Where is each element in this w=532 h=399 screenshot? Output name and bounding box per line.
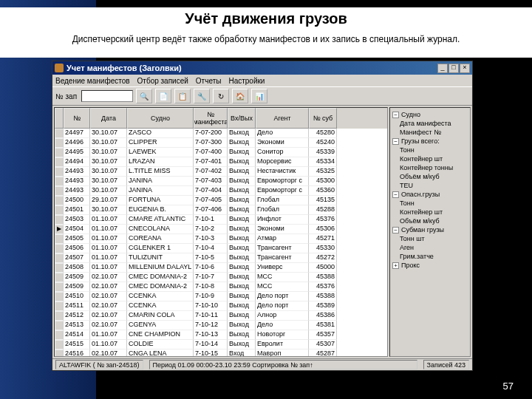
cell-manifest: 7-10-6	[194, 263, 228, 273]
cell-manifest: 7-10-2	[194, 225, 228, 234]
table-row[interactable]: 2449330.10.07L.TITLE MISS7-07-402ВыходНе…	[55, 167, 387, 177]
table-row[interactable]: 2450301.10.07CMARE ATLANTIC7-10-1ВыходИн…	[55, 215, 387, 225]
cell-direction: Выход	[228, 167, 256, 177]
cell-vessel: CMARE ATLANTIC	[127, 215, 194, 225]
table-row[interactable]: ▶2450401.10.07CNECOLANA7-10-2ВыходЭконом…	[55, 225, 387, 234]
tool-btn-5[interactable]: ↻	[213, 89, 229, 103]
close-button[interactable]: ×	[460, 64, 470, 73]
table-row[interactable]: 2451602.10.07CNGA LENA7-10-15ВходМавроп4…	[55, 349, 387, 356]
table-row[interactable]: 2450130.10.07EUGENIA B.7-07-406ВыходГлоб…	[55, 205, 387, 215]
cell-manifest: 7-10-10	[194, 301, 228, 311]
table-row[interactable]: 2450029.10.07FORTUNA7-07-405ВыходГлобал4…	[55, 196, 387, 205]
titlebar[interactable]: Учет манифестов (Заголвки) _ □ ×	[52, 61, 472, 75]
cell-date: 01.10.07	[90, 263, 127, 273]
table-row[interactable]: 2449630.10.07CLIPPER7-07-300ВыходЭкономи…	[55, 138, 387, 148]
slide: Учёт движения грузов Диспетчерский центр…	[0, 0, 532, 399]
tree-cargo-total[interactable]: −Грузы всего:	[392, 137, 468, 146]
tool-btn-7[interactable]: 📊	[251, 89, 267, 103]
tool-btn-3[interactable]: 📋	[174, 89, 191, 103]
tree-teu[interactable]: TEU	[392, 181, 468, 190]
cell-manifest: 7-10-14	[194, 340, 228, 349]
tree-subman[interactable]: −Субман грузы	[392, 225, 468, 234]
tool-btn-2[interactable]: 📄	[155, 89, 171, 103]
col-id[interactable]: №	[64, 108, 90, 129]
table-row[interactable]: 2449730.10.07ZASCO7-07-200ВыходДело45280	[55, 129, 387, 138]
table-row[interactable]: 2449330.10.07JANINA7-07-403ВыходЕвроморт…	[55, 177, 387, 186]
col-agent[interactable]: Агент	[256, 108, 309, 129]
tree-d-tons[interactable]: Тонн	[392, 199, 468, 208]
tree-vessel[interactable]: −Судно	[392, 110, 468, 119]
cell-date: 02.10.07	[90, 321, 127, 330]
table-row[interactable]: 2449330.10.07JANINA7-07-404ВыходЕвроморт…	[55, 186, 387, 196]
row-indicator	[55, 244, 64, 253]
tree-cont-pcs[interactable]: Контейнер шт	[392, 154, 468, 163]
tree-s-agen[interactable]: Аген	[392, 243, 468, 252]
collapse-icon[interactable]: −	[392, 112, 399, 118]
menu-filter[interactable]: Отбор записей	[137, 77, 188, 85]
tree-prox[interactable]: +Прокс	[392, 261, 468, 270]
grid-body[interactable]: 2449730.10.07ZASCO7-07-200ВыходДело45280…	[55, 129, 387, 356]
tool-btn-6[interactable]: 🏠	[232, 89, 248, 103]
row-indicator	[55, 340, 64, 349]
cell-direction: Выход	[228, 301, 256, 311]
tree-manifest-no[interactable]: Манифест №	[392, 128, 468, 137]
table-row[interactable]: 2451202.10.07CMARIN COLA7-10-11ВыходАлно…	[55, 311, 387, 321]
table-row[interactable]: 2450902.10.07CMEC DOMANIA-27-10-8ВыходMC…	[55, 282, 387, 292]
tree-d-vol[interactable]: Объём м/куб	[392, 216, 468, 225]
cell-date: 30.10.07	[90, 138, 127, 148]
col-vessel[interactable]: Судно	[127, 108, 194, 129]
table-row[interactable]: 2451102.10.07CCENKA7-10-10ВыходДело порт…	[55, 301, 387, 311]
expand-icon[interactable]: +	[392, 262, 399, 269]
table-row[interactable]: 2451501.10.07COLDIE7-10-14ВыходЕвролит45…	[55, 340, 387, 349]
tree-s-grim[interactable]: Грим.затче	[392, 252, 468, 261]
col-sub[interactable]: № суб	[309, 108, 337, 129]
col-manifest[interactable]: № манифеста	[194, 108, 228, 129]
cell-vessel: JANINA	[127, 177, 194, 186]
collapse-icon[interactable]: −	[392, 138, 399, 145]
table-row[interactable]: 2450501.10.07COREANA7-10-3ВыходАтмар4527…	[55, 234, 387, 244]
tree-danger[interactable]: −Опасн.грузы	[392, 190, 468, 199]
status-mid: Период 01.09 00:00-23.10 23:59 Сортировк…	[149, 360, 417, 369]
table-row[interactable]: 2451401.10.07CNE CHAMPION7-10-13ВыходНов…	[55, 330, 387, 340]
cell-sub: 45271	[309, 234, 337, 244]
cell-date: 01.10.07	[90, 244, 127, 253]
maximize-button[interactable]: □	[449, 64, 459, 73]
collapse-icon[interactable]: −	[392, 191, 399, 198]
collapse-icon[interactable]: −	[392, 227, 399, 233]
menu-settings[interactable]: Настройки	[228, 77, 265, 85]
table-row[interactable]: 2449530.10.07LAEWEK7-07-400ВыходСонитор4…	[55, 148, 387, 157]
tree-date[interactable]: Дата манифеста	[392, 119, 468, 128]
col-direction[interactable]: Вх/Вых	[228, 108, 256, 129]
cell-agent: Новоторг	[256, 330, 309, 340]
cell-vessel: COLDIE	[127, 340, 194, 349]
tree-volume[interactable]: Объём м/куб	[392, 172, 468, 181]
tree-cont-tons[interactable]: Контейнер тонны	[392, 163, 468, 172]
tree-s-tons[interactable]: Тонн шт	[392, 234, 468, 243]
table-row[interactable]: 2450701.10.07TULIZUNIT7-10-5ВыходТрансаг…	[55, 253, 387, 263]
table-row[interactable]: 2450601.10.07CGLENKER 17-10-4ВыходТранса…	[55, 244, 387, 253]
cell-manifest: 7-10-15	[194, 349, 228, 356]
record-number-input[interactable]	[81, 90, 133, 102]
tool-btn-4[interactable]: 🔧	[194, 89, 210, 103]
table-row[interactable]: 2450801.10.07MILLENIUM DALAYL7-10-6Выход…	[55, 263, 387, 273]
tree-d-cont[interactable]: Контейнер шт	[392, 208, 468, 216]
menu-reports[interactable]: Отчеты	[196, 77, 222, 85]
col-indicator[interactable]	[55, 108, 64, 129]
cell-agent: Трансагент	[256, 244, 309, 253]
table-row[interactable]: 2451302.10.07CGENYA7-10-12ВыходДело45381	[55, 321, 387, 330]
table-row[interactable]: 2451002.10.07CCENKA7-10-9ВыходДело порт4…	[55, 292, 387, 301]
col-date[interactable]: Дата	[90, 108, 127, 129]
table-row[interactable]: 2449430.10.07LRAZAN7-07-401ВыходМорсерви…	[55, 157, 387, 167]
cell-manifest: 7-10-5	[194, 253, 228, 263]
cell-agent: Евроморторг с	[256, 177, 309, 186]
data-grid[interactable]: № Дата Судно № манифеста Вх/Вых Агент № …	[54, 107, 388, 357]
cell-id: 24507	[64, 253, 90, 263]
minimize-button[interactable]: _	[437, 64, 448, 73]
row-indicator	[55, 167, 64, 177]
table-row[interactable]: 2450902.10.07CMEC DOMANIA-27-10-7ВыходMC…	[55, 273, 387, 282]
tree-tons[interactable]: Тонн	[392, 146, 468, 154]
tool-search-icon[interactable]: 🔍	[136, 89, 152, 103]
cell-id: 24508	[64, 263, 90, 273]
menu-manifests[interactable]: Ведение манифестов	[55, 77, 130, 85]
cell-sub: 45325	[309, 167, 337, 177]
